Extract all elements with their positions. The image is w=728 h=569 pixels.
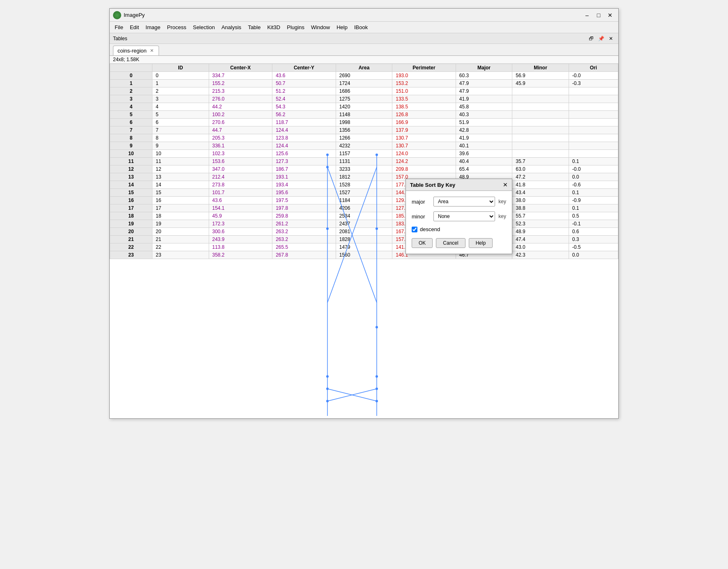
col-header-ori: Ori <box>569 64 618 72</box>
cell-value <box>569 134 618 142</box>
cell-value: 263.2 <box>272 228 336 236</box>
maximize-button[interactable]: □ <box>594 11 604 19</box>
cancel-button[interactable]: Cancel <box>436 238 465 248</box>
cell-value: 130.7 <box>392 134 456 142</box>
cell-value: -0.9 <box>569 197 618 204</box>
perim-dot-18 <box>376 375 378 378</box>
cell-value: 137.9 <box>392 126 456 134</box>
cell-value: 40.4 <box>456 158 512 165</box>
cell-value: 0.0 <box>569 173 618 181</box>
cell-value: 11 <box>152 158 209 165</box>
cell-value: 0.1 <box>569 158 618 165</box>
cell-value: 20 <box>152 228 209 236</box>
cell-value: 4232 <box>336 142 392 150</box>
cell-value: 22 <box>152 243 209 251</box>
menu-file[interactable]: File <box>111 23 127 31</box>
cell-value: 45.9 <box>209 212 272 220</box>
cell-value: 2081 <box>336 228 392 236</box>
table-row: 1111153.6127.31131124.240.435.70.1 <box>110 158 618 165</box>
sub-close-button[interactable]: ✕ <box>607 35 615 42</box>
tab-close-button[interactable]: ✕ <box>149 48 154 53</box>
menu-window[interactable]: Window <box>308 23 333 31</box>
cell-value: 358.2 <box>209 251 272 259</box>
cell-value: -0.0 <box>569 165 618 173</box>
minimize-button[interactable]: – <box>582 11 592 19</box>
cell-value: 138.5 <box>392 103 456 111</box>
cross-line-4 <box>327 389 377 401</box>
table-row: 22215.351.21686151.047.9 <box>110 87 618 95</box>
menu-help[interactable]: Help <box>333 23 351 31</box>
cell-value: 4206 <box>336 204 392 212</box>
sub-pin-button[interactable]: 📌 <box>597 35 605 42</box>
cell-value: 0 <box>152 72 209 80</box>
row-index: 2 <box>110 87 152 95</box>
cell-value: 130.7 <box>392 142 456 150</box>
col-header-id: ID <box>152 64 209 72</box>
dialog-body: major Area ID Center-X Center-Y Perimete… <box>406 191 512 254</box>
cell-value: 172.3 <box>209 220 272 228</box>
cell-value <box>512 111 569 119</box>
cell-value: 193.4 <box>272 181 336 189</box>
data-table: ID Center-X Center-Y Area Perimeter Majo… <box>110 64 618 259</box>
menu-table[interactable]: Table <box>244 23 264 31</box>
cell-value: 41.9 <box>456 134 512 142</box>
cell-value <box>569 126 618 134</box>
descend-checkbox[interactable] <box>412 227 417 232</box>
table-row: 1313212.4193.11812157.048.947.20.0 <box>110 173 618 181</box>
cell-value: 263.2 <box>272 236 336 243</box>
cell-value: 347.0 <box>209 165 272 173</box>
row-index: 18 <box>110 212 152 220</box>
cell-value <box>512 142 569 150</box>
cell-value: 1356 <box>336 126 392 134</box>
dialog-close-button[interactable]: ✕ <box>503 181 508 188</box>
cell-value: 41.8 <box>512 181 569 189</box>
descend-label: descend <box>420 226 440 232</box>
row-index: 0 <box>110 72 152 80</box>
minor-select[interactable]: None ID Center-X Center-Y Area Perimeter… <box>433 211 495 221</box>
major-select[interactable]: Area ID Center-X Center-Y Perimeter Majo… <box>433 197 495 206</box>
table-container[interactable]: ID Center-X Center-Y Area Perimeter Majo… <box>110 64 618 416</box>
cell-value: 243.9 <box>209 236 272 243</box>
area-dot-19 <box>326 388 329 390</box>
menu-selection[interactable]: Selection <box>189 23 218 31</box>
cell-value: 39.6 <box>456 150 512 158</box>
cell-value: 126.8 <box>392 111 456 119</box>
cell-value: 1724 <box>336 80 392 87</box>
row-index: 5 <box>110 111 152 119</box>
minor-key-label: key <box>498 213 506 219</box>
dialog-title: Table Sort By Key <box>410 182 455 188</box>
app-close-button[interactable]: ✕ <box>605 11 615 19</box>
cell-value: 43.6 <box>272 72 336 80</box>
cell-value: 1528 <box>336 181 392 189</box>
menu-edit[interactable]: Edit <box>127 23 142 31</box>
menu-plugins[interactable]: Plugins <box>283 23 308 31</box>
cell-value: 42.3 <box>512 251 569 259</box>
cell-value: 14 <box>152 181 209 189</box>
cell-value: 113.8 <box>209 243 272 251</box>
cell-value: 193.0 <box>392 72 456 80</box>
tab-coins-region[interactable]: coins-region ✕ <box>113 46 159 55</box>
menu-bar: File Edit Image Process Selection Analys… <box>110 22 618 33</box>
help-button[interactable]: Help <box>469 238 493 248</box>
menu-kit3d[interactable]: Kit3D <box>264 23 283 31</box>
cell-value: 334.7 <box>209 72 272 80</box>
cell-value: 13 <box>152 173 209 181</box>
cell-value: 43.0 <box>512 243 569 251</box>
menu-image[interactable]: Image <box>142 23 164 31</box>
ok-button[interactable]: OK <box>412 238 433 248</box>
cell-value: 10 <box>152 150 209 158</box>
cell-value: 48.9 <box>512 228 569 236</box>
cell-value: 1275 <box>336 95 392 103</box>
menu-ibook[interactable]: IBook <box>351 23 371 31</box>
row-index: 21 <box>110 236 152 243</box>
sub-restore-button[interactable]: 🗗 <box>587 35 595 42</box>
cell-value: 56.9 <box>512 72 569 80</box>
table-row: 55100.256.21148126.840.3 <box>110 111 618 119</box>
minor-label: minor <box>412 213 430 220</box>
menu-process[interactable]: Process <box>164 23 190 31</box>
area-dot-18 <box>326 375 329 378</box>
menu-analysis[interactable]: Analysis <box>218 23 244 31</box>
cell-value <box>512 119 569 126</box>
cell-value <box>569 111 618 119</box>
cell-value: 47.9 <box>456 80 512 87</box>
